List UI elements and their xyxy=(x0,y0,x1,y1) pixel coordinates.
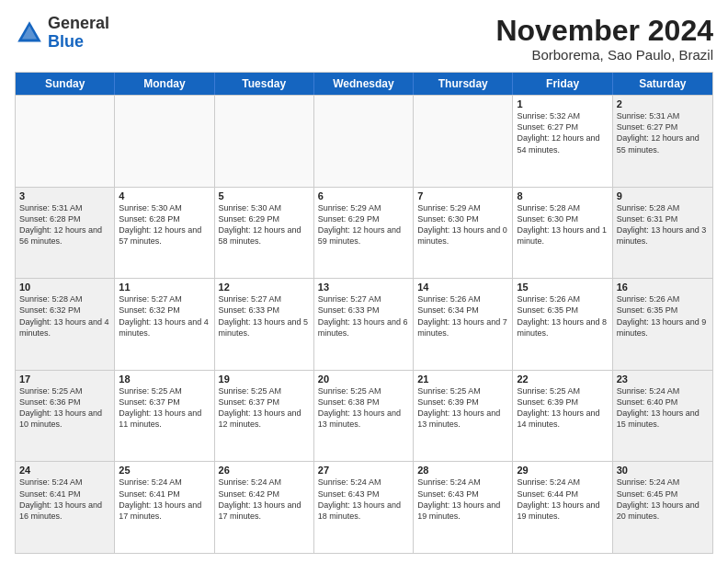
calendar-week-2: 10Sunrise: 5:28 AM Sunset: 6:32 PM Dayli… xyxy=(16,278,712,370)
calendar-cell: 24Sunrise: 5:24 AM Sunset: 6:41 PM Dayli… xyxy=(16,462,115,553)
calendar-cell: 23Sunrise: 5:24 AM Sunset: 6:40 PM Dayli… xyxy=(613,371,712,462)
day-number: 22 xyxy=(517,373,608,385)
day-number: 16 xyxy=(617,282,709,293)
calendar-cell xyxy=(115,96,214,187)
cell-details: Sunrise: 5:26 AM Sunset: 6:35 PM Dayligh… xyxy=(617,293,709,339)
cell-details: Sunrise: 5:27 AM Sunset: 6:33 PM Dayligh… xyxy=(219,293,310,339)
cell-details: Sunrise: 5:24 AM Sunset: 6:43 PM Dayligh… xyxy=(318,477,409,522)
cell-details: Sunrise: 5:30 AM Sunset: 6:28 PM Dayligh… xyxy=(119,202,210,247)
day-number: 13 xyxy=(318,282,409,293)
cell-details: Sunrise: 5:31 AM Sunset: 6:27 PM Dayligh… xyxy=(617,110,709,155)
day-number: 4 xyxy=(119,190,210,201)
header-day-monday: Monday xyxy=(115,73,214,95)
day-number: 8 xyxy=(517,190,608,201)
day-number: 14 xyxy=(417,282,508,293)
header-day-thursday: Thursday xyxy=(414,73,513,95)
day-number: 21 xyxy=(417,373,508,385)
calendar-cell: 22Sunrise: 5:25 AM Sunset: 6:39 PM Dayli… xyxy=(513,371,612,462)
header-day-saturday: Saturday xyxy=(613,73,712,95)
day-number: 7 xyxy=(417,190,508,201)
title-area: November 2024 Borborema, Sao Paulo, Braz… xyxy=(495,15,713,63)
day-number: 12 xyxy=(219,282,310,293)
calendar-cell xyxy=(215,96,314,187)
logo-icon xyxy=(15,18,44,48)
header-day-sunday: Sunday xyxy=(16,73,115,95)
cell-details: Sunrise: 5:25 AM Sunset: 6:39 PM Dayligh… xyxy=(417,385,508,431)
calendar-cell xyxy=(16,96,115,187)
cell-details: Sunrise: 5:29 AM Sunset: 6:30 PM Dayligh… xyxy=(417,202,508,247)
calendar-cell: 3Sunrise: 5:31 AM Sunset: 6:28 PM Daylig… xyxy=(16,188,115,279)
cell-details: Sunrise: 5:24 AM Sunset: 6:41 PM Dayligh… xyxy=(119,477,210,522)
calendar-cell: 15Sunrise: 5:26 AM Sunset: 6:35 PM Dayli… xyxy=(513,279,612,370)
calendar-cell: 27Sunrise: 5:24 AM Sunset: 6:43 PM Dayli… xyxy=(314,462,414,553)
cell-details: Sunrise: 5:30 AM Sunset: 6:29 PM Dayligh… xyxy=(219,202,310,247)
logo-general: General xyxy=(48,15,109,33)
day-number: 1 xyxy=(517,98,608,109)
calendar-cell: 5Sunrise: 5:30 AM Sunset: 6:29 PM Daylig… xyxy=(215,188,314,279)
day-number: 26 xyxy=(219,465,310,476)
calendar-cell: 17Sunrise: 5:25 AM Sunset: 6:36 PM Dayli… xyxy=(16,371,115,462)
cell-details: Sunrise: 5:28 AM Sunset: 6:30 PM Dayligh… xyxy=(517,202,608,247)
logo-blue: Blue xyxy=(48,33,109,52)
cell-details: Sunrise: 5:25 AM Sunset: 6:37 PM Dayligh… xyxy=(119,385,210,431)
day-number: 11 xyxy=(119,282,210,293)
day-number: 18 xyxy=(119,373,210,385)
month-title: November 2024 xyxy=(495,15,713,47)
day-number: 23 xyxy=(617,373,709,385)
calendar: SundayMondayTuesdayWednesdayThursdayFrid… xyxy=(15,72,713,554)
day-number: 10 xyxy=(19,282,110,293)
cell-details: Sunrise: 5:25 AM Sunset: 6:38 PM Dayligh… xyxy=(318,385,409,431)
cell-details: Sunrise: 5:28 AM Sunset: 6:32 PM Dayligh… xyxy=(19,293,110,339)
day-number: 28 xyxy=(417,465,508,476)
calendar-cell: 1Sunrise: 5:32 AM Sunset: 6:27 PM Daylig… xyxy=(513,96,612,187)
cell-details: Sunrise: 5:25 AM Sunset: 6:39 PM Dayligh… xyxy=(517,385,608,431)
day-number: 30 xyxy=(617,465,709,476)
calendar-cell xyxy=(414,96,513,187)
day-number: 25 xyxy=(119,465,210,476)
calendar-cell: 29Sunrise: 5:24 AM Sunset: 6:44 PM Dayli… xyxy=(513,462,612,553)
calendar-cell: 12Sunrise: 5:27 AM Sunset: 6:33 PM Dayli… xyxy=(215,279,314,370)
day-number: 15 xyxy=(517,282,608,293)
day-number: 24 xyxy=(19,465,110,476)
calendar-cell xyxy=(314,96,414,187)
calendar-cell: 10Sunrise: 5:28 AM Sunset: 6:32 PM Dayli… xyxy=(16,279,115,370)
calendar-cell: 14Sunrise: 5:26 AM Sunset: 6:34 PM Dayli… xyxy=(414,279,513,370)
cell-details: Sunrise: 5:32 AM Sunset: 6:27 PM Dayligh… xyxy=(517,110,608,155)
header-day-tuesday: Tuesday xyxy=(215,73,314,95)
cell-details: Sunrise: 5:24 AM Sunset: 6:41 PM Dayligh… xyxy=(19,477,110,522)
day-number: 20 xyxy=(318,373,409,385)
calendar-cell: 28Sunrise: 5:24 AM Sunset: 6:43 PM Dayli… xyxy=(414,462,513,553)
cell-details: Sunrise: 5:24 AM Sunset: 6:42 PM Dayligh… xyxy=(219,477,310,522)
day-number: 5 xyxy=(219,190,310,201)
location: Borborema, Sao Paulo, Brazil xyxy=(495,47,713,63)
cell-details: Sunrise: 5:26 AM Sunset: 6:34 PM Dayligh… xyxy=(417,293,508,339)
cell-details: Sunrise: 5:24 AM Sunset: 6:40 PM Dayligh… xyxy=(617,385,709,431)
day-number: 6 xyxy=(318,190,409,201)
day-number: 29 xyxy=(517,465,608,476)
calendar-cell: 4Sunrise: 5:30 AM Sunset: 6:28 PM Daylig… xyxy=(115,188,214,279)
calendar-cell: 26Sunrise: 5:24 AM Sunset: 6:42 PM Dayli… xyxy=(215,462,314,553)
calendar-week-4: 24Sunrise: 5:24 AM Sunset: 6:41 PM Dayli… xyxy=(16,461,712,553)
cell-details: Sunrise: 5:28 AM Sunset: 6:31 PM Dayligh… xyxy=(617,202,709,247)
calendar-cell: 16Sunrise: 5:26 AM Sunset: 6:35 PM Dayli… xyxy=(613,279,712,370)
calendar-cell: 7Sunrise: 5:29 AM Sunset: 6:30 PM Daylig… xyxy=(414,188,513,279)
header: General Blue November 2024 Borborema, Sa… xyxy=(15,15,713,63)
page: General Blue November 2024 Borborema, Sa… xyxy=(0,0,728,563)
calendar-cell: 18Sunrise: 5:25 AM Sunset: 6:37 PM Dayli… xyxy=(115,371,214,462)
cell-details: Sunrise: 5:26 AM Sunset: 6:35 PM Dayligh… xyxy=(517,293,608,339)
calendar-week-1: 3Sunrise: 5:31 AM Sunset: 6:28 PM Daylig… xyxy=(16,187,712,279)
cell-details: Sunrise: 5:29 AM Sunset: 6:29 PM Dayligh… xyxy=(318,202,409,247)
cell-details: Sunrise: 5:24 AM Sunset: 6:45 PM Dayligh… xyxy=(617,477,709,522)
calendar-cell: 9Sunrise: 5:28 AM Sunset: 6:31 PM Daylig… xyxy=(613,188,712,279)
calendar-cell: 8Sunrise: 5:28 AM Sunset: 6:30 PM Daylig… xyxy=(513,188,612,279)
header-day-wednesday: Wednesday xyxy=(314,73,414,95)
cell-details: Sunrise: 5:24 AM Sunset: 6:44 PM Dayligh… xyxy=(517,477,608,522)
calendar-cell: 25Sunrise: 5:24 AM Sunset: 6:41 PM Dayli… xyxy=(115,462,214,553)
cell-details: Sunrise: 5:25 AM Sunset: 6:37 PM Dayligh… xyxy=(219,385,310,431)
calendar-cell: 20Sunrise: 5:25 AM Sunset: 6:38 PM Dayli… xyxy=(314,371,414,462)
cell-details: Sunrise: 5:31 AM Sunset: 6:28 PM Dayligh… xyxy=(19,202,110,247)
day-number: 2 xyxy=(617,98,709,109)
calendar-cell: 6Sunrise: 5:29 AM Sunset: 6:29 PM Daylig… xyxy=(314,188,414,279)
calendar-week-0: 1Sunrise: 5:32 AM Sunset: 6:27 PM Daylig… xyxy=(16,95,712,187)
cell-details: Sunrise: 5:24 AM Sunset: 6:43 PM Dayligh… xyxy=(417,477,508,522)
